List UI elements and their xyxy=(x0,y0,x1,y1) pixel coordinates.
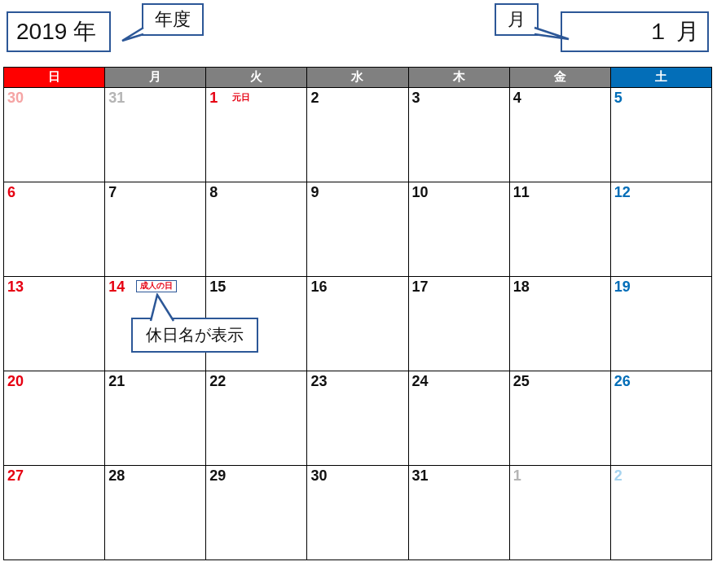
month-display: １ 月 xyxy=(561,11,709,52)
weekday-header-wed: 水 xyxy=(307,68,408,88)
calendar-cell: 13 xyxy=(4,277,105,371)
day-number: 6 xyxy=(7,184,15,200)
callout-year: 年度 xyxy=(142,3,204,36)
calendar-table: 日 月 火 水 木 金 土 30311元日234567891011121314成… xyxy=(3,67,712,560)
day-number: 23 xyxy=(310,373,327,389)
calendar-cell: 21 xyxy=(105,371,206,466)
day-number: 29 xyxy=(209,467,226,484)
day-number: 28 xyxy=(108,467,125,484)
day-number: 24 xyxy=(412,373,429,389)
calendar-cell: 5 xyxy=(610,88,711,182)
day-number: 30 xyxy=(310,467,327,484)
day-number: 27 xyxy=(7,467,24,484)
holiday-name: 成人の日 xyxy=(136,280,177,292)
calendar-cell: 20 xyxy=(4,371,105,466)
day-number: 16 xyxy=(310,279,327,295)
calendar-cell: 3 xyxy=(408,88,509,182)
calendar-row: 30311元日2345 xyxy=(4,88,712,182)
calendar-cell: 22 xyxy=(206,371,307,466)
day-number: 10 xyxy=(412,184,429,200)
calendar-row: 1314成人の日休日名が表示1516171819 xyxy=(4,277,712,371)
day-number: 4 xyxy=(513,90,521,106)
day-number: 17 xyxy=(412,279,429,295)
day-number: 22 xyxy=(209,373,226,389)
day-number: 2 xyxy=(614,467,622,484)
calendar-cell: 11 xyxy=(509,182,610,277)
calendar-cell: 9 xyxy=(307,182,408,277)
day-number: 9 xyxy=(310,184,319,200)
calendar-row: 272829303112 xyxy=(4,466,712,560)
calendar-cell: 16 xyxy=(307,277,408,371)
calendar-cell: 7 xyxy=(105,182,206,277)
calendar-cell: 29 xyxy=(206,466,307,560)
day-number: 30 xyxy=(7,90,24,106)
day-number: 1 xyxy=(209,90,218,106)
day-number: 11 xyxy=(513,184,530,200)
calendar-body: 30311元日234567891011121314成人の日休日名が表示15161… xyxy=(4,88,712,560)
day-number: 25 xyxy=(513,373,530,389)
calendar-cell: 19 xyxy=(610,277,711,371)
calendar-cell: 25 xyxy=(509,371,610,466)
weekday-header-thu: 木 xyxy=(408,68,509,88)
calendar-cell: 6 xyxy=(4,182,105,277)
day-number: 14 xyxy=(108,279,125,295)
holiday-name: 元日 xyxy=(232,91,250,103)
callout-year-pointer xyxy=(119,26,148,46)
calendar-cell: 2 xyxy=(610,466,711,560)
day-number: 5 xyxy=(614,90,622,106)
day-number: 13 xyxy=(7,279,24,295)
calendar-cell: 28 xyxy=(105,466,206,560)
weekday-header-fri: 金 xyxy=(509,68,610,88)
calendar-cell: 27 xyxy=(4,466,105,560)
calendar-cell: 10 xyxy=(408,182,509,277)
calendar-cell: 17 xyxy=(408,277,509,371)
calendar-row: 6789101112 xyxy=(4,182,712,277)
weekday-header-sat: 土 xyxy=(610,68,711,88)
day-number: 31 xyxy=(412,467,429,484)
callout-holiday-pointer xyxy=(141,293,190,326)
calendar-cell: 24 xyxy=(408,371,509,466)
day-number: 1 xyxy=(513,467,521,484)
day-number: 12 xyxy=(614,184,631,200)
calendar-row: 20212223242526 xyxy=(4,371,712,466)
calendar-cell: 31 xyxy=(105,88,206,182)
day-number: 18 xyxy=(513,279,530,295)
calendar-cell: 1 xyxy=(509,466,610,560)
weekday-header-mon: 月 xyxy=(105,68,206,88)
calendar-cell: 2 xyxy=(307,88,408,182)
day-number: 26 xyxy=(614,373,631,389)
day-number: 3 xyxy=(412,90,420,106)
day-number: 19 xyxy=(614,279,631,295)
year-display: 2019 年 xyxy=(7,11,111,52)
day-number: 7 xyxy=(108,184,117,200)
calendar-cell: 18 xyxy=(509,277,610,371)
calendar-cell: 26 xyxy=(610,371,711,466)
top-bar: 2019 年 年度 月 １ 月 xyxy=(3,3,714,52)
day-number: 31 xyxy=(108,90,125,106)
weekday-header-sun: 日 xyxy=(4,68,105,88)
day-number: 20 xyxy=(7,373,24,389)
calendar-cell: 8 xyxy=(206,182,307,277)
calendar-cell: 14成人の日休日名が表示 xyxy=(105,277,206,371)
weekday-header-row: 日 月 火 水 木 金 土 xyxy=(4,68,712,88)
calendar-cell: 30 xyxy=(307,466,408,560)
weekday-header-tue: 火 xyxy=(206,68,307,88)
calendar-cell: 1元日 xyxy=(206,88,307,182)
day-number: 15 xyxy=(209,279,226,295)
day-number: 8 xyxy=(209,184,218,200)
calendar-cell: 31 xyxy=(408,466,509,560)
day-number: 2 xyxy=(310,90,319,106)
calendar-cell: 23 xyxy=(307,371,408,466)
calendar-cell: 4 xyxy=(509,88,610,182)
calendar-cell: 12 xyxy=(610,182,711,277)
day-number: 21 xyxy=(108,373,125,389)
calendar-cell: 30 xyxy=(4,88,105,182)
